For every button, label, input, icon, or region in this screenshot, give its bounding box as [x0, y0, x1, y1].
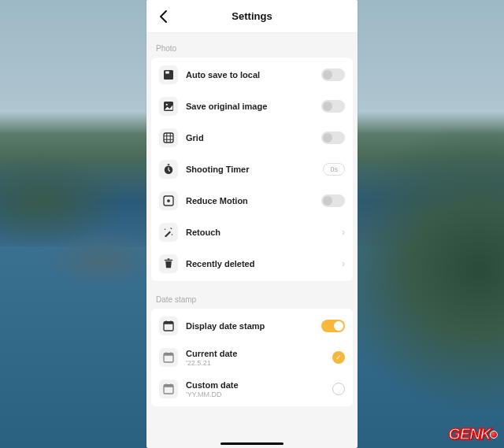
back-button[interactable]	[154, 7, 173, 26]
svg-rect-18	[164, 354, 173, 356]
motion-icon	[159, 191, 178, 210]
svg-rect-24	[170, 383, 172, 386]
header-bar: Settings	[146, 0, 358, 33]
watermark-text: GENK	[448, 425, 491, 443]
home-indicator[interactable]	[220, 442, 284, 445]
calendar-icon	[159, 380, 178, 398]
row-label: Save original image	[186, 102, 313, 111]
toggle-display-date-stamp[interactable]	[321, 320, 345, 332]
row-label: Shooting Timer	[186, 165, 315, 174]
row-save-original[interactable]: Save original image	[151, 91, 353, 122]
svg-rect-1	[165, 72, 169, 74]
row-label: Grid	[186, 133, 313, 143]
row-current-date[interactable]: Current date '22.5.21	[151, 342, 353, 373]
toggle-save-original[interactable]	[321, 100, 345, 113]
row-label: Auto save to local	[186, 70, 313, 80]
toggle-auto-save[interactable]	[321, 68, 345, 81]
settings-scroll[interactable]: Photo Auto save to local Save original i…	[146, 33, 358, 448]
svg-rect-14	[164, 322, 173, 324]
trash-icon	[159, 254, 178, 273]
row-recently-deleted[interactable]: Recently deleted ›	[151, 248, 353, 280]
watermark-dot-icon	[490, 431, 498, 439]
svg-point-10	[172, 234, 173, 235]
row-shooting-timer[interactable]: Shooting Timer 0s	[151, 154, 353, 185]
svg-rect-22	[164, 385, 173, 387]
section-date-stamp: Display date stamp Current date '22.5.21	[151, 309, 353, 406]
radio-custom-date[interactable]	[332, 383, 345, 395]
row-sublabel: '22.5.21	[186, 359, 324, 367]
svg-rect-16	[170, 320, 172, 323]
row-grid[interactable]: Grid	[151, 122, 353, 154]
row-label: Current date	[186, 349, 324, 358]
calendar-icon	[159, 317, 178, 335]
row-label: Recently deleted	[186, 259, 334, 268]
toggle-grid[interactable]	[321, 131, 345, 144]
svg-rect-19	[165, 352, 167, 354]
retouch-icon	[159, 223, 178, 242]
row-sublabel: 'YY.MM.DD	[186, 391, 324, 398]
svg-rect-6	[168, 164, 170, 165]
svg-point-9	[165, 229, 166, 231]
radio-current-date[interactable]	[332, 351, 345, 364]
page-title: Settings	[146, 10, 358, 22]
row-label: Display date stamp	[186, 321, 313, 331]
row-auto-save[interactable]: Auto save to local	[151, 59, 353, 91]
svg-point-3	[166, 104, 168, 106]
phone-frame: Settings Photo Auto save to local Save o…	[146, 0, 358, 448]
section-label-photo: Photo	[151, 38, 353, 57]
row-label: Reduce Motion	[186, 196, 313, 205]
svg-rect-20	[170, 352, 172, 354]
svg-rect-12	[168, 258, 170, 260]
chevron-right-icon: ›	[342, 227, 345, 238]
row-label: Custom date	[186, 380, 324, 390]
svg-point-8	[167, 199, 170, 202]
calendar-icon	[159, 348, 178, 367]
timer-value-button[interactable]: 0s	[323, 163, 345, 176]
row-custom-date[interactable]: Custom date 'YY.MM.DD	[151, 373, 353, 405]
svg-rect-11	[165, 260, 173, 261]
watermark: GENK	[448, 425, 498, 443]
section-label-date-stamp: Date stamp	[151, 289, 353, 309]
section-photo: Auto save to local Save original image G…	[151, 57, 353, 281]
toggle-reduce-motion[interactable]	[321, 194, 345, 207]
save-icon	[159, 65, 178, 84]
grid-icon	[159, 128, 178, 147]
svg-rect-4	[164, 133, 173, 143]
row-label: Retouch	[186, 228, 334, 237]
image-icon	[159, 97, 178, 116]
chevron-right-icon: ›	[342, 258, 345, 269]
row-display-date-stamp[interactable]: Display date stamp	[151, 310, 353, 342]
svg-rect-23	[165, 383, 167, 386]
row-reduce-motion[interactable]: Reduce Motion	[151, 185, 353, 217]
chevron-left-icon	[154, 7, 173, 26]
svg-rect-15	[165, 320, 167, 323]
row-retouch[interactable]: Retouch ›	[151, 217, 353, 248]
timer-icon	[159, 160, 178, 179]
